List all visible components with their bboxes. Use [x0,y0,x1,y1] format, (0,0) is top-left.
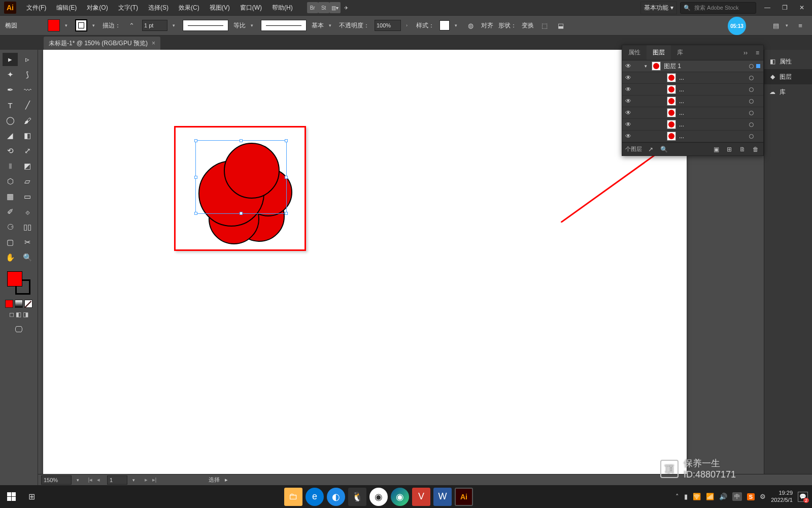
tray-sogou-icon[interactable]: S [747,493,755,500]
layer-row[interactable]: 👁... [622,84,763,96]
blend-tool[interactable]: ⟐ [20,205,35,218]
layer-name[interactable]: ... [679,121,746,128]
zoom-level-input[interactable]: 150% [41,475,72,485]
menu-select[interactable]: 选择(S) [143,2,174,14]
taskbar-word-icon[interactable]: W [433,488,452,506]
menu-window[interactable]: 窗口(W) [235,2,267,14]
first-artboard-icon[interactable]: |◂ [87,477,94,483]
visibility-toggle-icon[interactable]: 👁 [622,86,634,93]
tray-clock[interactable]: 19:29 2022/5/1 [771,490,793,503]
stroke-weight-input[interactable] [142,20,167,31]
resize-handle[interactable] [240,139,243,142]
tray-chevron-icon[interactable]: ˄ [675,493,679,500]
visibility-toggle-icon[interactable]: 👁 [622,98,634,105]
menu-file[interactable]: 文件(F) [21,2,51,14]
new-sublayer-icon[interactable]: ⊞ [725,146,734,153]
search-layer-icon[interactable]: 🔍 [659,146,668,153]
draw-inside-icon[interactable]: ◨ [23,311,28,318]
shape-label[interactable]: 形状： [498,21,517,30]
transform-label[interactable]: 变换 [522,21,534,30]
shape-builder-tool[interactable]: ⬡ [3,175,18,188]
draw-behind-icon[interactable]: ◧ [16,311,21,318]
delete-layer-icon[interactable]: 🗑 [751,146,760,153]
tray-network-icon[interactable]: 🛜 [693,493,701,500]
layer-row[interactable]: 👁... [622,131,763,142]
gpu-icon[interactable]: ✈ [341,2,352,13]
fill-stroke-indicator[interactable] [7,271,30,295]
lasso-tool[interactable]: ⟆ [20,68,35,81]
panel-tab-libraries[interactable]: 库 [671,45,689,60]
draw-normal-icon[interactable]: ◻ [9,311,14,318]
panel-menu-icon[interactable]: ≡ [752,49,763,56]
mesh-tool[interactable]: ▦ [3,190,18,203]
stroke-weight-dropdown-icon[interactable]: ▾ [173,23,178,28]
curvature-tool[interactable]: 〰 [20,83,35,97]
stock-icon[interactable]: St [318,2,329,13]
type-tool[interactable]: T [3,99,18,112]
line-tool[interactable]: ╱ [20,99,35,112]
taskbar-app2-icon[interactable]: V [412,488,430,506]
recolor-icon[interactable]: ◍ [465,20,476,31]
graphic-style-swatch[interactable] [439,20,450,30]
action-center-icon[interactable]: 💬2 [798,492,808,502]
workspace-switcher[interactable]: 基本功能 ▾ [640,2,677,14]
selection-bounding-box[interactable] [195,140,287,214]
dock-layers-button[interactable]: ◆ 图层 [764,69,812,84]
layer-row[interactable]: 👁... [622,107,763,119]
panel-menu-icon[interactable]: ≡ [795,20,806,31]
panel-tab-layers[interactable]: 图层 [647,45,671,60]
symbol-sprayer-tool[interactable]: ⚆ [3,220,18,234]
arrange-docs-icon[interactable]: ▥▾ [329,2,341,13]
selection-tool[interactable]: ▸ [3,53,18,66]
screen-mode-icon[interactable]: 🖵 [15,325,23,334]
taskbar-app-icon[interactable]: ◐ [327,488,345,506]
stroke-color-swatch[interactable] [75,19,87,31]
layer-row-top[interactable]: 👁 ▾ 图层 1 [622,60,763,72]
dock-libraries-button[interactable]: ☁ 库 [764,84,812,100]
resize-handle[interactable] [285,212,288,215]
direct-selection-tool[interactable]: ▹ [20,53,35,66]
magic-wand-tool[interactable]: ✦ [3,68,18,81]
taskbar-ie-icon[interactable]: e [306,488,324,506]
prev-artboard-icon[interactable]: ◂ [95,477,102,483]
tray-settings-icon[interactable]: ⚙ [760,493,766,500]
menu-edit[interactable]: 编辑(E) [51,2,82,14]
window-restore-button[interactable]: ❐ [779,3,791,12]
next-artboard-icon[interactable]: ▸ [143,477,150,483]
tray-wifi-icon[interactable]: 📶 [706,493,714,500]
tray-volume-icon[interactable]: 🔊 [719,493,727,500]
opacity-arrow-icon[interactable]: › [406,23,411,28]
fill-color-swatch[interactable] [48,19,60,31]
taskbar-chrome-icon[interactable]: ◉ [369,488,388,506]
panel-collapse-icon[interactable]: ›› [739,49,752,56]
free-transform-tool[interactable]: ◩ [20,160,35,173]
opacity-input[interactable] [375,20,401,31]
dock-properties-button[interactable]: ◧ 属性 [764,54,812,69]
artboard-dropdown-icon[interactable]: ▾ [132,478,138,483]
make-clipping-mask-icon[interactable]: ▣ [712,146,721,153]
layer-name[interactable]: ... [679,86,746,93]
resize-handle[interactable] [194,212,197,215]
target-icon[interactable] [746,99,756,104]
document-tab[interactable]: 未标题-1* @ 150% (RGB/GPU 预览) × [44,37,160,50]
layer-row[interactable]: 👁... [622,119,763,131]
stock-search-input[interactable]: 🔍 搜索 Adobe Stock [680,2,756,14]
taskbar-explorer-icon[interactable]: 🗀 [284,488,302,506]
menu-effect[interactable]: 效果(C) [174,2,205,14]
window-close-button[interactable]: ✕ [796,3,808,12]
target-icon[interactable] [746,111,756,115]
hand-tool[interactable]: ✋ [3,251,18,264]
crop-icon[interactable]: ⬓ [555,20,566,31]
layer-name[interactable]: ... [679,133,746,140]
resize-handle[interactable] [194,176,197,179]
task-view-icon[interactable]: ⊞ [22,492,41,501]
fill-box-icon[interactable] [7,271,22,287]
layer-row[interactable]: 👁... [622,72,763,84]
color-swatch-icon[interactable] [5,300,13,308]
vw-dropdown-icon[interactable]: ▾ [251,23,256,28]
start-button[interactable] [0,485,22,508]
fill-dropdown-icon[interactable]: ▾ [65,23,70,28]
artboard-tool[interactable]: ▢ [3,236,18,249]
menu-help[interactable]: 帮助(H) [267,2,298,14]
zoom-tool[interactable]: 🔍 [20,251,35,264]
